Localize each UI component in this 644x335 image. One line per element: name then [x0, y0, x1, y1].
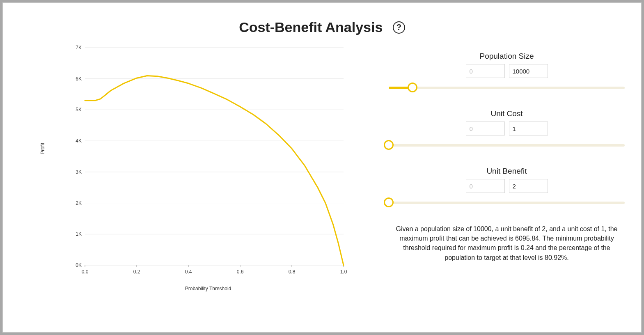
- svg-text:5K: 5K: [76, 107, 82, 112]
- population-size-min-input[interactable]: [466, 64, 505, 78]
- population-size-label: Population Size: [389, 52, 625, 61]
- svg-text:0.6: 0.6: [237, 269, 244, 275]
- unit-cost-min-input[interactable]: [466, 122, 505, 135]
- slider-handle[interactable]: [408, 83, 417, 92]
- svg-text:0.4: 0.4: [185, 269, 192, 275]
- title-row: Cost-Benefit Analysis ?: [3, 3, 641, 35]
- cost-benefit-panel: Cost-Benefit Analysis ? Profit 0K1K2K3K4…: [2, 2, 642, 333]
- profit-line-chart: 0K1K2K3K4K5K6K7K0.00.20.40.60.81.0: [69, 44, 348, 282]
- unit-benefit-control: Unit Benefit: [389, 167, 625, 208]
- help-icon[interactable]: ?: [393, 21, 405, 34]
- slider-handle[interactable]: [384, 197, 394, 207]
- svg-text:3K: 3K: [76, 169, 82, 175]
- svg-text:2K: 2K: [76, 200, 82, 206]
- svg-text:1.0: 1.0: [340, 269, 347, 275]
- svg-text:7K: 7K: [76, 45, 82, 50]
- svg-text:0.8: 0.8: [289, 269, 296, 275]
- population-size-slider[interactable]: [389, 83, 625, 93]
- svg-text:6K: 6K: [76, 76, 82, 82]
- unit-benefit-value-input[interactable]: [509, 179, 548, 193]
- page-title: Cost-Benefit Analysis: [239, 19, 383, 35]
- unit-cost-slider[interactable]: [389, 140, 625, 150]
- population-size-value-input[interactable]: [509, 64, 548, 78]
- unit-benefit-label: Unit Benefit: [389, 167, 625, 176]
- y-axis-label: Profit: [40, 143, 46, 154]
- x-axis-label: Probability Threshold: [52, 286, 364, 291]
- unit-cost-control: Unit Cost: [389, 109, 625, 150]
- unit-benefit-slider[interactable]: [389, 198, 625, 208]
- chart-area: Profit 0K1K2K3K4K5K6K7K0.00.20.40.60.81.…: [36, 44, 372, 290]
- unit-cost-label: Unit Cost: [389, 109, 625, 118]
- svg-text:0.2: 0.2: [133, 269, 140, 275]
- controls-panel: Population Size Unit Cost: [372, 44, 625, 290]
- svg-text:0K: 0K: [76, 262, 82, 268]
- svg-text:0.0: 0.0: [82, 269, 89, 275]
- svg-text:4K: 4K: [76, 138, 82, 144]
- unit-cost-value-input[interactable]: [509, 122, 548, 135]
- population-size-control: Population Size: [389, 52, 625, 93]
- slider-handle[interactable]: [384, 140, 394, 150]
- unit-benefit-min-input[interactable]: [466, 179, 505, 193]
- explanation-text: Given a population size of 10000, a unit…: [389, 224, 625, 262]
- svg-text:1K: 1K: [76, 231, 82, 237]
